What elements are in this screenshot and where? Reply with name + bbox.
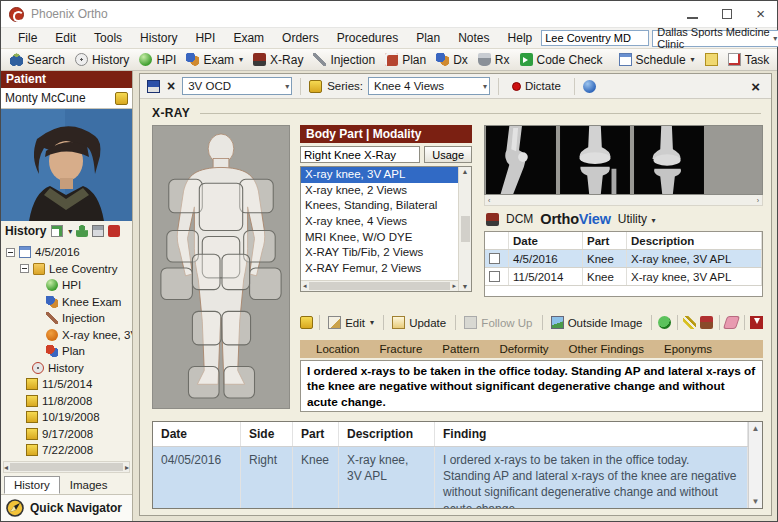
tab-pattern[interactable]: Pattern	[432, 343, 489, 355]
menu-hpi[interactable]: HPI	[186, 31, 224, 45]
close-button[interactable]: ×	[756, 9, 765, 19]
tab-location[interactable]: Location	[306, 343, 369, 355]
maximize-button[interactable]	[722, 9, 732, 19]
menu-notes[interactable]: Notes	[449, 31, 498, 45]
plan-button[interactable]: Plan	[380, 51, 431, 69]
study-checkbox[interactable]	[489, 253, 500, 264]
help-icon[interactable]	[583, 80, 596, 93]
template-select[interactable]: 3V OCD ▾	[182, 77, 292, 95]
modality-item[interactable]: X-RAY Femur, 2 Views	[301, 261, 458, 277]
save-icon[interactable]	[147, 80, 160, 93]
chevron-down-icon[interactable]: ▾	[68, 227, 72, 236]
scroll-left-icon[interactable]: ‹	[488, 197, 490, 204]
tree-view-icon[interactable]	[51, 225, 63, 237]
dictate-button[interactable]: Dictate	[507, 78, 566, 94]
collapse-icon[interactable]	[6, 248, 15, 257]
import-icon[interactable]	[750, 316, 763, 329]
hpi-button[interactable]: HPI	[134, 51, 181, 69]
tree-node-hpi[interactable]: HPI	[4, 277, 132, 294]
scrollbar-thumb[interactable]	[10, 463, 123, 471]
task-button[interactable]: Task	[723, 51, 775, 69]
menu-edit[interactable]: Edit	[46, 31, 85, 45]
menu-exam[interactable]: Exam	[224, 31, 273, 45]
tree-node-visit[interactable]: 6/18/2008	[4, 459, 132, 461]
dcm-button[interactable]: DCM	[506, 212, 533, 226]
close-module-button[interactable]: ×	[747, 78, 764, 95]
study-checkbox[interactable]	[489, 271, 500, 282]
scroll-left-icon[interactable]: ◂	[303, 282, 307, 290]
quick-navigator[interactable]: Quick Navigator	[1, 494, 132, 521]
menu-procedures[interactable]: Procedures	[328, 31, 407, 45]
audit-icon[interactable]	[700, 316, 713, 329]
code-check-button[interactable]: Code Check	[515, 51, 608, 69]
keys-icon[interactable]	[683, 316, 696, 329]
modality-item[interactable]: Knees, Standing, Bilateral	[301, 198, 458, 214]
scroll-right-icon[interactable]: ▸	[125, 463, 129, 472]
rx-button[interactable]: Rx	[473, 51, 515, 69]
usage-button[interactable]: Usage	[424, 146, 472, 163]
tree-node-visit[interactable]: 11/8/2008	[4, 393, 132, 410]
search-button[interactable]: Search	[5, 51, 70, 69]
findings-table-vertical-scrollbar[interactable]: ▲▼	[748, 422, 762, 508]
xray-thumbnail-ap2[interactable]	[633, 126, 705, 194]
study-row[interactable]: 4/5/2016 Knee X-ray knee, 3V APL	[485, 250, 762, 268]
menu-file[interactable]: File	[9, 31, 46, 45]
badge-icon[interactable]	[300, 316, 313, 329]
scroll-up-icon[interactable]: ▲	[462, 168, 469, 175]
pdf-icon[interactable]	[108, 225, 120, 237]
tree-node-injection[interactable]: Injection	[4, 310, 132, 327]
delete-icon[interactable]: ×	[165, 78, 177, 94]
clinic-select[interactable]: Dallas Sports Medicine Clinic ▾	[652, 30, 778, 47]
scrollbar-thumb[interactable]	[309, 282, 451, 290]
modality-item[interactable]: X-RAY Tib/Fib, 2 Views	[301, 245, 458, 261]
utility-menu-button[interactable]: Utility ▾	[618, 212, 656, 226]
modality-item[interactable]: X-ray knee, 4 Views	[301, 214, 458, 230]
menu-tools[interactable]: Tools	[85, 31, 131, 45]
study-row[interactable]: 11/5/2014 Knee X-ray knee, 3V APL	[485, 268, 762, 286]
modality-item[interactable]: X-ray knee, 3V APL	[301, 167, 458, 183]
patient-card-icon[interactable]	[115, 92, 128, 105]
tree-node-xray[interactable]: X-ray knee, 3V A	[4, 327, 132, 344]
tree-node-visit[interactable]: 11/5/2014	[4, 376, 132, 393]
orthoview-logo[interactable]: OrthoView	[540, 211, 610, 227]
tree-node-visit[interactable]: 4/5/2016	[4, 244, 132, 261]
tab-deformity[interactable]: Deformity	[489, 343, 558, 355]
menu-orders[interactable]: Orders	[273, 31, 328, 45]
dx-button[interactable]: Dx	[431, 51, 473, 69]
tab-images[interactable]: Images	[60, 476, 118, 494]
scrollbar-thumb[interactable]	[461, 216, 470, 242]
series-select[interactable]: Knee 4 Views ▾	[368, 77, 490, 95]
finding-row[interactable]: 04/05/2016 Right Knee X-ray knee, 3V APL…	[153, 447, 748, 509]
scroll-right-icon[interactable]: ▸	[452, 282, 456, 290]
provider-input[interactable]	[541, 30, 649, 46]
patient-list-icon[interactable]	[76, 225, 88, 237]
schedule-button[interactable]: Schedule▾	[614, 51, 700, 69]
tab-fracture[interactable]: Fracture	[369, 343, 432, 355]
tree-node-knee-exam[interactable]: Knee Exam	[4, 294, 132, 311]
body-diagram[interactable]	[152, 125, 290, 409]
injection-button[interactable]: Injection	[308, 51, 380, 69]
pin-icon[interactable]	[658, 316, 671, 329]
xray-thumbnail-lateral[interactable]	[485, 126, 557, 194]
xray-thumbnail-ap[interactable]	[559, 126, 631, 194]
menu-history[interactable]: History	[131, 31, 186, 45]
scroll-down-icon[interactable]: ▼	[752, 497, 760, 506]
finding-textarea[interactable]: I ordered x-rays to be taken in the offi…	[300, 360, 763, 412]
exam-button[interactable]: Exam▾	[181, 51, 248, 69]
tab-eponyms[interactable]: Eponyms	[654, 343, 722, 355]
modality-item[interactable]: X-ray knee, 2 Views	[301, 183, 458, 199]
scroll-up-icon[interactable]: ▲	[752, 424, 760, 433]
menu-help[interactable]: Help	[499, 31, 542, 45]
thumbnail-scrollbar[interactable]: ‹›	[484, 195, 763, 206]
modality-list-vertical-scrollbar[interactable]: ▲▼	[458, 167, 471, 291]
tree-node-provider[interactable]: Lee Coventry	[4, 261, 132, 278]
tree-node-visit[interactable]: 7/22/2008	[4, 442, 132, 459]
tree-node-visit[interactable]: 9/17/2008	[4, 426, 132, 443]
outside-image-button[interactable]: Outside Image	[548, 315, 646, 330]
sidebar-horizontal-scrollbar[interactable]: ◂▸	[3, 461, 130, 473]
follow-up-button[interactable]: Follow Up	[461, 315, 535, 330]
tree-node-visit[interactable]: 10/19/2008	[4, 409, 132, 426]
scroll-right-icon[interactable]: ›	[757, 197, 759, 204]
edit-button[interactable]: Edit▾	[325, 315, 377, 330]
tree-node-plan[interactable]: Plan	[4, 343, 132, 360]
